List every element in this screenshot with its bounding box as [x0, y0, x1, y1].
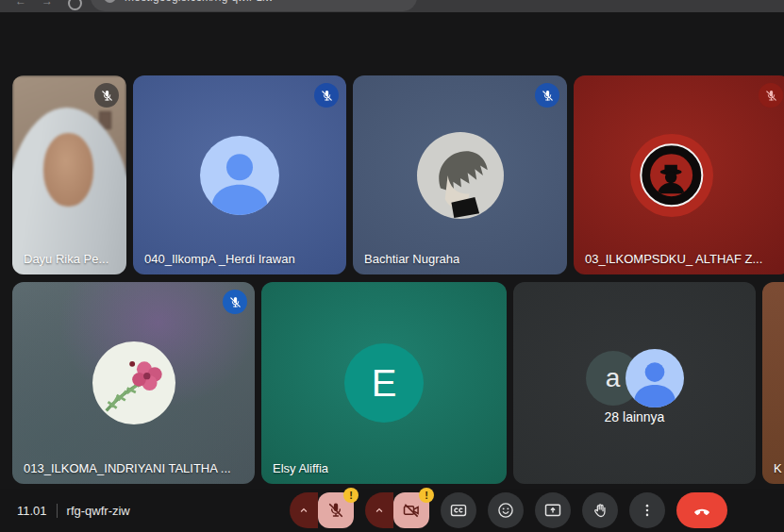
default-person-avatar — [626, 349, 684, 407]
meeting-info: 11.01 rfg-qwfr-ziw — [17, 489, 130, 532]
chevron-up-icon — [297, 504, 310, 517]
muted-mic-badge — [314, 83, 339, 108]
avatar-stack: a — [513, 349, 756, 407]
url-text: meet.google.com/rfg-qwfr-ziw — [125, 0, 273, 4]
raise-hand-button[interactable] — [582, 492, 618, 528]
muted-mic-badge — [535, 83, 559, 108]
participant-tile-dayu[interactable]: Dayu Rika Pe... — [12, 75, 126, 274]
profile-photo-avatar — [417, 132, 504, 219]
present-screen-button[interactable] — [535, 492, 571, 528]
camera-options-button[interactable] — [365, 492, 393, 528]
muted-mic-badge — [94, 83, 119, 108]
video-grid: Dayu Rika Pe... 040_IlkompA _Herdi Irawa… — [0, 12, 784, 489]
mic-options-button[interactable] — [290, 492, 318, 528]
avatar-letter: a — [606, 363, 621, 393]
smiley-icon — [496, 501, 515, 520]
overflow-participants-tile[interactable]: a 28 lainnya — [513, 282, 756, 484]
participant-tile-clipped[interactable]: K — [762, 282, 784, 484]
cc-icon — [449, 501, 468, 520]
browser-toolbar: ← → meet.google.com/rfg-qwfr-ziw — [0, 0, 784, 12]
reactions-button[interactable] — [488, 492, 524, 528]
camera-control: ! — [365, 492, 429, 528]
forward-arrow-icon[interactable]: → — [42, 0, 53, 8]
meeting-control-bar: 11.01 rfg-qwfr-ziw ! — [0, 489, 784, 532]
participant-name: K — [774, 461, 782, 475]
muted-mic-badge — [223, 290, 247, 314]
end-call-button[interactable] — [676, 492, 727, 528]
reload-icon[interactable] — [68, 0, 82, 10]
back-arrow-icon[interactable]: ← — [15, 0, 26, 8]
mic-warning-badge: ! — [343, 488, 359, 503]
participant-name: 03_ILKOMPSDKU_ ALTHAF Z... — [585, 252, 762, 266]
letter-avatar: E — [344, 343, 424, 423]
participant-tile-althaf[interactable]: 03_ILKOMPSDKU_ ALTHAF Z... — [574, 75, 784, 274]
participant-name: Bachtiar Nugraha — [364, 252, 459, 266]
microphone-control: ! — [290, 492, 354, 528]
phone-down-icon — [692, 500, 712, 521]
default-person-avatar — [200, 136, 279, 215]
mic-off-icon — [326, 501, 345, 520]
participant-tile-indriyani[interactable]: 013_ILKOMA_INDRIYANI TALITHA ... — [12, 282, 255, 484]
participant-tile-herdi[interactable]: 040_IlkompA _Herdi Irawan — [133, 75, 346, 274]
red-logo-avatar — [630, 134, 713, 217]
clock-time: 11.01 — [17, 504, 47, 518]
meeting-code: rfg-qwfr-ziw — [67, 504, 130, 518]
camera-off-icon — [402, 501, 421, 520]
controls-row: ! ! — [290, 492, 727, 528]
participant-name: 040_IlkompA _Herdi Irawan — [144, 252, 295, 266]
more-options-button[interactable] — [629, 492, 665, 528]
camera-warning-badge: ! — [419, 488, 434, 503]
participant-tile-elsy[interactable]: E Elsy Aliffia — [261, 282, 507, 484]
overflow-count-label: 28 lainnya — [513, 409, 756, 424]
present-icon — [543, 501, 562, 520]
chevron-up-icon — [373, 504, 386, 517]
participant-name: 013_ILKOMA_INDRIYANI TALITHA ... — [24, 461, 231, 475]
address-bar[interactable]: meet.google.com/rfg-qwfr-ziw — [91, 0, 417, 11]
avatar-letter: E — [372, 362, 397, 405]
site-info-icon[interactable] — [104, 0, 116, 3]
captions-button[interactable] — [441, 492, 476, 528]
muted-mic-badge — [759, 83, 783, 108]
flower-photo-avatar — [92, 341, 175, 424]
participant-name: Elsy Aliffia — [273, 461, 328, 475]
hand-icon — [592, 502, 609, 520]
divider — [57, 504, 58, 518]
three-dots-icon — [639, 502, 656, 519]
participant-tile-bachtiar[interactable]: Bachtiar Nugraha — [353, 75, 567, 274]
participant-name: Dayu Rika Pe... — [24, 252, 108, 266]
